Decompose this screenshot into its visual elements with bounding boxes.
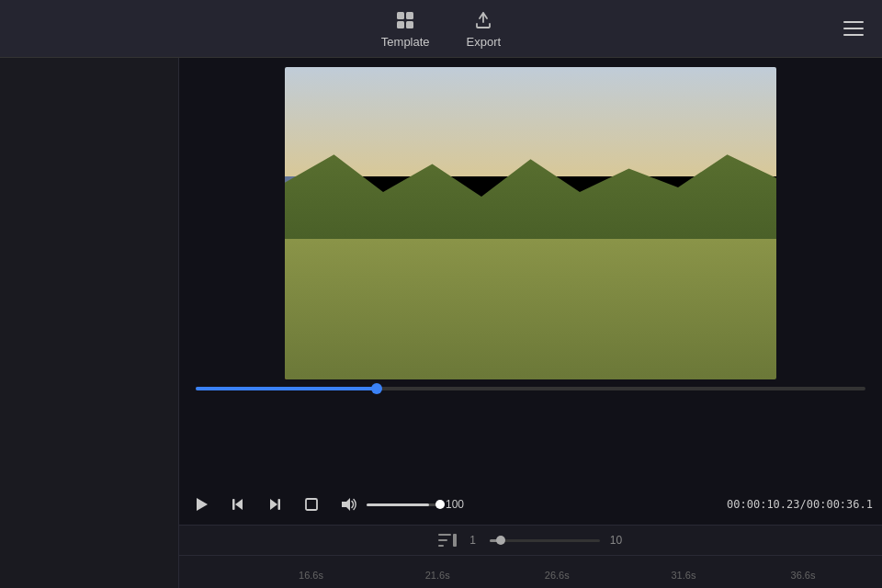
template-button[interactable]: Template	[381, 9, 430, 49]
ruler-tick-1: 21.6s	[425, 570, 450, 581]
export-label: Export	[467, 35, 502, 49]
svg-rect-9	[306, 499, 317, 510]
zoom-min-value: 1	[466, 534, 481, 547]
zoom-bar: 1 10	[179, 525, 882, 555]
svg-rect-6	[232, 499, 235, 510]
ruler-tick-3: 31.6s	[672, 570, 696, 581]
svg-rect-2	[397, 21, 404, 28]
ruler-label-2: 26.6s	[545, 570, 570, 581]
toolbar-center: Template Export	[381, 9, 501, 49]
ruler-tick-0: 16.6s	[299, 570, 323, 581]
toolbar: Template Export	[0, 0, 882, 58]
zoom-slider[interactable]	[490, 539, 600, 542]
play-button[interactable]	[188, 492, 214, 517]
zoom-slider-thumb	[496, 536, 505, 545]
volume-area: 100	[335, 492, 471, 517]
progress-area	[188, 387, 873, 390]
svg-marker-5	[235, 499, 243, 510]
progress-track[interactable]	[196, 387, 865, 390]
time-display: 00:00:10.23/00:00:36.1	[727, 498, 873, 511]
ruler-label-1: 21.6s	[425, 570, 450, 581]
zoom-icon[interactable]	[438, 531, 457, 549]
svg-rect-8	[278, 499, 281, 510]
menu-line-3	[843, 34, 864, 36]
template-label: Template	[381, 35, 430, 49]
volume-button[interactable]	[335, 492, 361, 517]
menu-line-2	[843, 28, 864, 29]
ruler-tick-4: 36.6s	[791, 570, 816, 581]
stop-button[interactable]	[299, 492, 324, 517]
video-frame[interactable]	[285, 67, 776, 379]
ruler-label-4: 36.6s	[791, 570, 816, 581]
step-forward-button[interactable]	[262, 492, 288, 517]
ground-bg	[285, 239, 776, 379]
ruler-label-0: 16.6s	[299, 570, 323, 581]
left-sidebar	[0, 58, 179, 588]
svg-rect-11	[438, 534, 451, 536]
svg-marker-10	[342, 498, 350, 511]
svg-rect-13	[438, 545, 444, 547]
zoom-max-value: 10	[609, 534, 624, 547]
timeline-ruler: 16.6s 21.6s 26.6s 31.6s 36.6s	[179, 555, 882, 588]
export-icon	[472, 9, 494, 31]
svg-rect-14	[453, 534, 457, 547]
volume-value: 100	[446, 498, 471, 511]
volume-fill	[367, 503, 429, 506]
player-section: 100 00:00:10.23/00:00:36.1 1 10	[179, 58, 882, 588]
main-area: 100 00:00:10.23/00:00:36.1 1 10	[0, 58, 882, 588]
template-icon	[394, 9, 416, 31]
svg-marker-7	[270, 499, 277, 510]
svg-rect-3	[406, 21, 413, 28]
svg-rect-12	[438, 539, 447, 541]
export-button[interactable]: Export	[467, 9, 502, 49]
progress-fill	[196, 387, 377, 390]
volume-thumb	[435, 500, 445, 509]
svg-rect-0	[397, 12, 404, 19]
svg-rect-1	[406, 12, 413, 19]
controls-bar: 100 00:00:10.23/00:00:36.1	[179, 484, 882, 525]
video-container	[179, 58, 882, 484]
menu-line-1	[843, 21, 864, 23]
ruler-label-3: 31.6s	[672, 570, 696, 581]
menu-button[interactable]	[843, 21, 864, 36]
step-back-button[interactable]	[225, 492, 251, 517]
volume-slider[interactable]	[367, 503, 440, 506]
progress-thumb	[371, 383, 382, 394]
svg-marker-4	[197, 498, 208, 511]
ruler-tick-2: 26.6s	[545, 570, 570, 581]
